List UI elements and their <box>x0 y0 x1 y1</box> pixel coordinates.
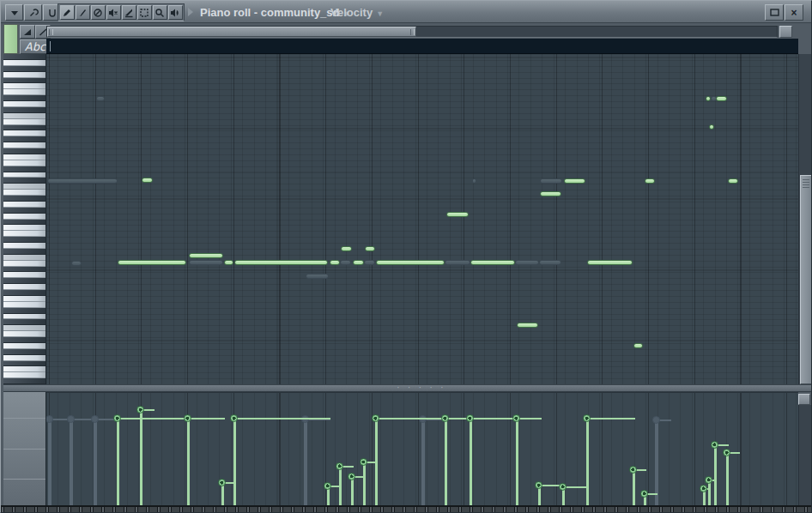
velocity-handle[interactable] <box>711 441 718 449</box>
piano-key[interactable] <box>3 355 45 361</box>
close-button[interactable]: × <box>785 4 803 21</box>
midi-note[interactable] <box>365 246 375 251</box>
velocity-handle[interactable] <box>91 415 99 423</box>
piano-key[interactable] <box>3 107 45 113</box>
velocity-handle[interactable] <box>466 414 474 422</box>
piano-key[interactable] <box>3 136 45 142</box>
midi-note[interactable] <box>709 124 714 130</box>
piano-key[interactable] <box>3 60 45 66</box>
piano-key[interactable] <box>3 196 45 202</box>
piano-key[interactable] <box>3 255 45 261</box>
piano-key[interactable] <box>3 113 45 119</box>
piano-key[interactable] <box>3 148 45 154</box>
piano-key[interactable] <box>3 214 45 220</box>
midi-note[interactable] <box>330 260 340 265</box>
zoom-tool-button[interactable] <box>153 5 167 20</box>
velocity-handle[interactable] <box>441 414 449 422</box>
piano-keyboard[interactable] <box>3 54 46 384</box>
window-title[interactable]: Piano roll - community_sd▼ <box>200 6 350 19</box>
velocity-editor[interactable] <box>46 392 798 505</box>
ghost-note[interactable] <box>539 260 561 265</box>
velocity-handle[interactable] <box>136 406 144 413</box>
piano-key[interactable] <box>3 296 45 302</box>
midi-note[interactable] <box>706 96 711 101</box>
midi-note[interactable] <box>716 96 727 101</box>
piano-key[interactable] <box>3 125 45 131</box>
vertical-scrollbar[interactable] <box>798 54 812 384</box>
velocity-scrollbar-track[interactable] <box>798 405 812 505</box>
velocity-handle[interactable] <box>230 414 238 422</box>
playhead-cursor[interactable] <box>50 41 51 51</box>
ghost-note[interactable] <box>96 96 105 101</box>
piano-key[interactable] <box>3 78 45 84</box>
ghost-note[interactable] <box>515 260 539 265</box>
velocity-handle[interactable] <box>324 482 331 490</box>
midi-note[interactable] <box>118 260 186 265</box>
piano-key[interactable] <box>3 249 45 255</box>
midi-note[interactable] <box>540 191 561 196</box>
piano-key[interactable] <box>3 225 45 231</box>
midi-note[interactable] <box>633 343 643 348</box>
midi-note[interactable] <box>564 178 585 184</box>
velocity-handle[interactable] <box>46 415 53 423</box>
vertical-scrollbar-thumb[interactable] <box>800 175 812 384</box>
piano-key[interactable] <box>3 284 45 290</box>
ghost-note[interactable] <box>540 178 562 184</box>
ghost-note[interactable] <box>47 178 118 184</box>
piano-key[interactable] <box>3 142 45 148</box>
horizontal-scrollbar-thumb[interactable] <box>47 27 416 37</box>
piano-key[interactable] <box>3 101 45 107</box>
piano-key[interactable] <box>3 272 45 278</box>
midi-note[interactable] <box>224 260 233 265</box>
midi-note[interactable] <box>341 246 352 251</box>
timeline-ruler[interactable] <box>46 39 798 54</box>
piano-key[interactable] <box>3 160 45 166</box>
velocity-handle[interactable] <box>360 458 367 466</box>
midi-note[interactable] <box>353 260 364 265</box>
piano-key[interactable] <box>3 314 45 320</box>
piano-key[interactable] <box>3 130 45 136</box>
piano-key[interactable] <box>3 319 45 325</box>
midi-note[interactable] <box>446 212 469 217</box>
slice-tool-button[interactable] <box>122 5 136 20</box>
piano-key[interactable] <box>3 208 45 214</box>
piano-key[interactable] <box>3 290 45 296</box>
target-control-selector[interactable]: Velocity▼ <box>330 6 384 19</box>
velocity-handle[interactable] <box>640 490 648 498</box>
ghost-note[interactable] <box>306 274 329 279</box>
piano-key[interactable] <box>3 361 45 367</box>
piano-key[interactable] <box>3 83 45 89</box>
note-grid[interactable] <box>46 54 798 384</box>
piano-key[interactable] <box>3 154 45 160</box>
ghost-note[interactable] <box>445 260 470 265</box>
piano-key[interactable] <box>3 302 45 308</box>
velocity-handle[interactable] <box>67 415 75 423</box>
paint-tool-button[interactable] <box>76 5 90 20</box>
ghost-note[interactable] <box>472 178 476 184</box>
mute-tool-button[interactable] <box>106 5 121 20</box>
piano-key[interactable] <box>3 184 45 190</box>
select-tool-button[interactable] <box>137 5 152 20</box>
window-resize-grip[interactable] <box>1 505 812 513</box>
piano-key[interactable] <box>3 66 45 72</box>
velocity-handle[interactable] <box>583 414 591 422</box>
tools-button[interactable] <box>24 4 42 21</box>
piano-key[interactable] <box>3 231 45 237</box>
ghost-note[interactable] <box>71 261 82 266</box>
piano-key[interactable] <box>3 243 45 249</box>
midi-note[interactable] <box>376 260 445 265</box>
velocity-handle[interactable] <box>535 481 542 489</box>
midi-note[interactable] <box>645 178 655 184</box>
midi-note[interactable] <box>234 260 328 265</box>
ghost-note[interactable] <box>340 260 351 265</box>
piano-key[interactable] <box>3 237 45 243</box>
midi-note[interactable] <box>189 253 223 258</box>
piano-key[interactable] <box>3 372 45 378</box>
velocity-handle[interactable] <box>113 414 121 422</box>
midi-note[interactable] <box>517 323 538 328</box>
midi-note[interactable] <box>587 260 633 265</box>
piano-key[interactable] <box>3 166 45 172</box>
piano-key[interactable] <box>3 331 45 337</box>
draw-tool-button[interactable] <box>60 5 75 20</box>
piano-key[interactable] <box>3 89 45 95</box>
